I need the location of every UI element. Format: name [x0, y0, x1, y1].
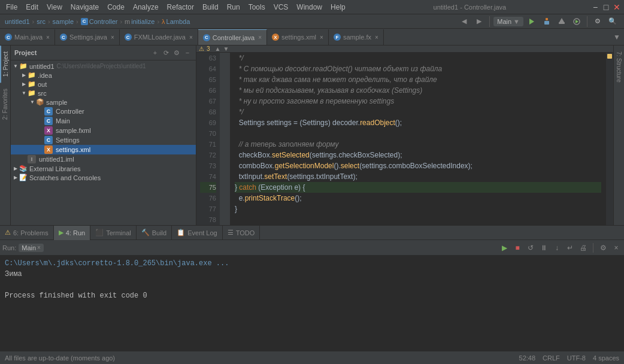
tree-item-untitled1[interactable]: ▼ 📁 untitled1 C:\Users\m\IdeaProjects\un…: [11, 62, 196, 71]
breadcrumb-src[interactable]: src: [37, 18, 46, 25]
bottom-tab-terminal[interactable]: ⬛ Terminal: [90, 226, 137, 240]
output-line-1: C:\Users\m\.jdks\corretto-1.8.0_265\bin\…: [5, 258, 619, 269]
menu-tools[interactable]: Tools: [245, 2, 269, 13]
tree-item-src[interactable]: ▼ 📁 src: [11, 89, 196, 98]
breadcrumb-lambda[interactable]: λ Lambda: [162, 18, 190, 25]
structure-panel-tab[interactable]: 7: Structure: [614, 46, 623, 89]
nav-up-icon[interactable]: ▲: [215, 46, 221, 52]
run-config-selector[interactable]: Main ▼: [493, 17, 523, 26]
run-tab-close[interactable]: ×: [37, 244, 41, 251]
tab-close-icon[interactable]: ×: [258, 34, 262, 41]
back-button[interactable]: ◀: [458, 15, 471, 28]
tab-settings-xml[interactable]: X settings.xml ×: [267, 29, 329, 45]
tree-item-samplefxml[interactable]: X sample.fxml: [11, 126, 196, 135]
favorites-panel-tab[interactable]: 2: Favorites: [1, 83, 10, 126]
tab-main-java[interactable]: C Main.java ×: [0, 29, 55, 45]
menu-analyze[interactable]: Analyze: [129, 2, 162, 13]
breadcrumb-sample[interactable]: sample: [53, 18, 74, 25]
line-num-68: 68: [200, 107, 216, 117]
breadcrumb-initialize[interactable]: m initialize: [125, 18, 155, 25]
settings-button[interactable]: ⚙: [591, 15, 604, 28]
nav-down-icon[interactable]: ▼: [223, 46, 229, 52]
menu-code[interactable]: Code: [104, 2, 128, 13]
run-config-display[interactable]: Main ×: [19, 244, 44, 252]
tab-fxmlloader-java[interactable]: C FXMLLoader.java ×: [120, 29, 198, 45]
menu-window[interactable]: Window: [293, 2, 326, 13]
menu-run[interactable]: Run: [223, 2, 244, 13]
soft-wrap-button[interactable]: ↵: [565, 242, 575, 253]
tabs-overflow-button[interactable]: ▼: [610, 29, 624, 45]
bottom-tab-todo[interactable]: ☰ TODO: [223, 226, 260, 240]
menu-refactor[interactable]: Refactor: [163, 2, 198, 13]
code-content[interactable]: */ * С помощью decoder.readObject() чита…: [230, 53, 606, 225]
breadcrumb-project[interactable]: untitled1: [5, 18, 30, 25]
tree-item-settings-xml[interactable]: X settings.xml: [11, 145, 196, 154]
run-rerun-button[interactable]: ↺: [525, 242, 536, 253]
run-config-label: Main: [497, 18, 511, 25]
debug-button[interactable]: [540, 15, 553, 28]
tree-item-idea[interactable]: ▶ 📁 .idea: [11, 71, 196, 80]
minimize-button[interactable]: −: [590, 2, 600, 12]
menu-navigate[interactable]: Navigate: [67, 2, 102, 13]
bottom-tab-run[interactable]: ▶ 4: Run: [54, 226, 90, 240]
xml-icon: X: [272, 34, 279, 41]
menu-vcs[interactable]: VCS: [270, 2, 292, 13]
run-button[interactable]: [525, 15, 538, 28]
minimize-panel-button[interactable]: −: [183, 48, 192, 57]
output-line-2: Зима: [5, 269, 619, 280]
tab-close-icon[interactable]: ×: [375, 34, 378, 41]
bottom-tab-problems[interactable]: ⚠ 6: Problems: [0, 226, 54, 240]
menu-view[interactable]: View: [43, 2, 66, 13]
code-line-70: [235, 128, 601, 139]
java-icon: C: [5, 34, 12, 41]
print-button[interactable]: 🖨: [578, 242, 589, 253]
scroll-to-end-button[interactable]: ↓: [552, 242, 562, 253]
new-file-button[interactable]: +: [150, 48, 160, 57]
tab-close-icon[interactable]: ×: [189, 34, 193, 41]
terminal-icon: ⬛: [95, 229, 104, 236]
tab-close-icon[interactable]: ×: [111, 34, 114, 41]
tree-item-controller[interactable]: C Controller: [11, 107, 196, 116]
forward-button[interactable]: ▶: [472, 15, 486, 28]
tab-settings-java[interactable]: C Settings.java ×: [55, 29, 120, 45]
settings-run-button[interactable]: ⚙: [598, 242, 608, 253]
close-panel-button[interactable]: ×: [611, 242, 622, 253]
sync-button[interactable]: ⟳: [161, 48, 171, 57]
build-button[interactable]: [555, 15, 568, 28]
fx-icon: F: [334, 34, 341, 41]
tree-item-iml[interactable]: I untitled1.iml: [11, 154, 196, 164]
tree-item-main[interactable]: C Main: [11, 116, 196, 126]
run-stop-button[interactable]: ■: [512, 242, 523, 253]
coverage-button[interactable]: [570, 15, 583, 28]
tree-item-ext-libs[interactable]: ▶ 📚 External Libraries: [11, 164, 196, 173]
close-button[interactable]: ✕: [612, 2, 622, 12]
tree-item-settings[interactable]: C Settings: [11, 135, 196, 145]
line-separator[interactable]: CRLF: [543, 354, 560, 362]
tab-close-icon[interactable]: ×: [320, 34, 323, 41]
indent-setting[interactable]: 4 spaces: [593, 354, 619, 362]
line-num-63: 63: [200, 53, 216, 63]
tab-close-icon[interactable]: ×: [46, 34, 50, 41]
maximize-button[interactable]: □: [601, 2, 611, 12]
menu-help[interactable]: Help: [327, 2, 349, 13]
encoding[interactable]: UTF-8: [567, 354, 586, 362]
panel-title: Project: [14, 49, 148, 56]
breadcrumb-controller[interactable]: C Controller: [81, 18, 118, 25]
search-everywhere-button[interactable]: 🔍: [606, 15, 619, 28]
menu-file[interactable]: File: [2, 2, 21, 13]
tree-item-scratches[interactable]: ▶ 📝 Scratches and Consoles: [11, 173, 196, 182]
run-play-button[interactable]: ▶: [499, 242, 510, 253]
project-panel-tab[interactable]: 1: Project: [0, 46, 10, 83]
cursor-position[interactable]: 52:48: [519, 354, 536, 362]
menu-edit[interactable]: Edit: [22, 2, 42, 13]
tab-controller-java[interactable]: C Controller.java ×: [198, 29, 267, 45]
panel-settings-button[interactable]: ⚙: [172, 48, 181, 57]
run-output: C:\Users\m\.jdks\corretto-1.8.0_265\bin\…: [0, 256, 624, 351]
bottom-tab-build[interactable]: 🔨 Build: [137, 226, 172, 240]
tab-sample-fx[interactable]: F sample.fx ×: [329, 29, 384, 45]
run-pause-button[interactable]: ⏸: [538, 242, 549, 253]
tree-item-sample[interactable]: ▼ 📦 sample: [11, 98, 196, 107]
bottom-tab-eventlog[interactable]: 📋 Event Log: [172, 226, 223, 240]
menu-build[interactable]: Build: [199, 2, 222, 13]
tree-item-out[interactable]: ▶ 📁 out: [11, 80, 196, 89]
